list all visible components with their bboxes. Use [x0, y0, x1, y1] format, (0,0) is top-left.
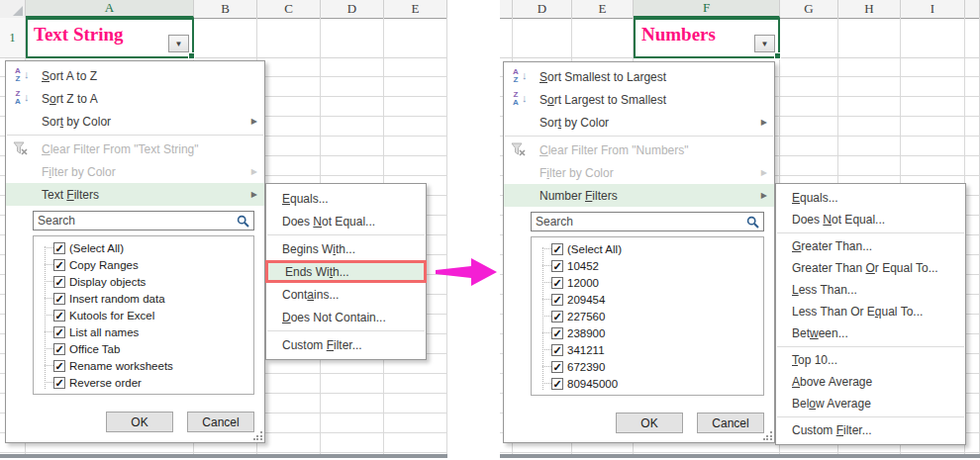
checkbox-checked-icon[interactable]: ✓: [551, 378, 563, 390]
submenu-item-does-not-contain[interactable]: Does Not Contain...: [266, 306, 426, 328]
submenu-item-below-average[interactable]: Below Average: [776, 393, 965, 414]
checkbox-checked-icon[interactable]: ✓: [53, 360, 65, 372]
cell-A1[interactable]: Text String ▼: [26, 18, 194, 58]
menu-item-sort-largest-to-smallest[interactable]: ZA↓Sort Largest to Smallest: [504, 88, 774, 111]
filter-list-item-display-objects[interactable]: ✓Display objects: [40, 273, 253, 290]
fill-handle[interactable]: [188, 52, 195, 59]
checkbox-checked-icon[interactable]: ✓: [551, 327, 563, 339]
row-header-1[interactable]: 1: [0, 18, 26, 58]
checkbox-checked-icon[interactable]: ✓: [53, 276, 65, 288]
submenu-item-begins-with[interactable]: Begins With...: [266, 237, 426, 260]
submenu-item-contains[interactable]: Contains...: [266, 283, 426, 306]
tree-stub: [542, 265, 551, 266]
column-header-B[interactable]: B: [194, 0, 257, 18]
filter-list-item-label: Display objects: [69, 276, 146, 288]
chevron-down-icon: ▼: [761, 40, 769, 48]
menu-item-number-filters[interactable]: Number Filters▶: [504, 184, 774, 207]
cancel-button[interactable]: Cancel: [697, 413, 764, 433]
checkbox-checked-icon[interactable]: ✓: [53, 259, 65, 271]
checkbox-checked-icon[interactable]: ✓: [551, 294, 563, 306]
resize-grip[interactable]: [253, 431, 262, 440]
filter-list-item-341211[interactable]: ✓341211: [538, 341, 763, 358]
filter-list-item-10452[interactable]: ✓10452: [538, 257, 763, 274]
menu-item-sort-z-to-a[interactable]: ZA↓Sort Z to A: [6, 87, 264, 110]
submenu-item-custom-filter[interactable]: Custom Filter...: [776, 419, 965, 441]
checkbox-checked-icon[interactable]: ✓: [53, 343, 65, 355]
cell-F1[interactable]: Numbers ▼: [634, 18, 780, 58]
submenu-item-equals[interactable]: Equals...: [776, 187, 965, 209]
filter-list-item-rename-worksheets[interactable]: ✓Rename worksheets: [40, 357, 253, 374]
column-header-D[interactable]: D: [513, 0, 572, 18]
search-box[interactable]: Search: [531, 212, 764, 231]
checkbox-checked-icon[interactable]: ✓: [53, 293, 65, 305]
checkbox-checked-icon[interactable]: ✓: [53, 326, 65, 338]
column-header-A[interactable]: A: [26, 0, 194, 18]
column-header-F[interactable]: F: [634, 0, 780, 18]
menu-item-text-filters[interactable]: Text Filters▶: [6, 183, 264, 206]
column-header-D[interactable]: D: [321, 0, 384, 18]
submenu-item-does-not-equal[interactable]: Does Not Equal...: [266, 210, 426, 232]
column-header-I[interactable]: I: [901, 0, 965, 18]
filter-dropdown-button[interactable]: ▼: [754, 35, 775, 52]
filter-list-item-select-all[interactable]: ✓(Select All): [538, 240, 763, 257]
checkbox-checked-icon[interactable]: ✓: [53, 242, 65, 254]
filter-list-item-reverse-order[interactable]: ✓Reverse order: [40, 374, 253, 391]
search-box[interactable]: Search: [33, 211, 254, 230]
filter-list-item-672390[interactable]: ✓672390: [538, 358, 763, 375]
menu-item-sort-by-color[interactable]: Sort by Color▶: [6, 110, 264, 133]
checkbox-checked-icon[interactable]: ✓: [551, 243, 563, 255]
submenu-item-greater-than-or-equal-to[interactable]: Greater Than Or Equal To...: [776, 257, 965, 279]
column-header-E[interactable]: E: [384, 0, 447, 18]
filter-list-item-insert-random-data[interactable]: ✓Insert random data: [40, 290, 253, 307]
tree-stub: [45, 382, 53, 383]
filter-list-item-select-all[interactable]: ✓(Select All): [40, 239, 253, 256]
fill-handle[interactable]: [774, 52, 781, 59]
ok-button[interactable]: OK: [106, 412, 173, 432]
submenu-item-above-average[interactable]: Above Average: [776, 371, 965, 393]
submenu-item-ends-with[interactable]: Ends With...: [265, 260, 427, 283]
resize-grip[interactable]: [763, 431, 772, 440]
submenu-item-top-10[interactable]: Top 10...: [776, 349, 965, 371]
submenu-item-does-not-equal[interactable]: Does Not Equal...: [776, 209, 965, 230]
filter-dropdown-button[interactable]: ▼: [168, 35, 189, 52]
checkbox-checked-icon[interactable]: ✓: [551, 361, 563, 373]
submenu-item-less-than[interactable]: Less Than...: [776, 279, 965, 301]
column-header-G[interactable]: G: [780, 0, 838, 18]
checkbox-checked-icon[interactable]: ✓: [53, 310, 65, 322]
filter-list-item-office-tab[interactable]: ✓Office Tab: [40, 340, 253, 357]
filter-list-item-227560[interactable]: ✓227560: [538, 308, 763, 324]
checkbox-checked-icon[interactable]: ✓: [551, 277, 563, 289]
submenu-item-less-than-or-equal-to[interactable]: Less Than Or Equal To...: [776, 301, 965, 322]
column-header-blank[interactable]: [965, 0, 980, 18]
menu-item-sort-by-color[interactable]: Sort by Color▶: [504, 111, 774, 134]
column-header-H[interactable]: H: [838, 0, 901, 18]
filter-value-list[interactable]: ✓(Select All)✓10452✓12000✓209454✓227560✓…: [531, 236, 764, 396]
checkbox-checked-icon[interactable]: ✓: [551, 311, 563, 322]
filter-list-item-238900[interactable]: ✓238900: [538, 324, 763, 341]
menu-item-label: Top 10...: [792, 353, 837, 367]
checkbox-checked-icon[interactable]: ✓: [53, 377, 65, 389]
select-all-triangle-icon[interactable]: [13, 6, 23, 16]
checkbox-checked-icon[interactable]: ✓: [551, 260, 563, 272]
menu-item-sort-a-to-z[interactable]: AZ↓Sort A to Z: [6, 64, 264, 87]
filter-value-list[interactable]: ✓(Select All)✓Copy Ranges✓Display object…: [33, 235, 254, 395]
filter-list-item-list-all-names[interactable]: ✓List all names: [40, 323, 253, 340]
menu-item-sort-smallest-to-largest[interactable]: AZ↓Sort Smallest to Largest: [504, 65, 774, 88]
cancel-button[interactable]: Cancel: [187, 412, 254, 432]
tree-stub: [542, 282, 551, 283]
column-header-C[interactable]: C: [257, 0, 321, 18]
ok-button[interactable]: OK: [616, 413, 683, 433]
column-header-blank[interactable]: [500, 0, 513, 18]
filter-list-item-copy-ranges[interactable]: ✓Copy Ranges: [40, 256, 253, 273]
submenu-item-equals[interactable]: Equals...: [266, 187, 426, 210]
submenu-item-custom-filter[interactable]: Custom Filter...: [266, 333, 426, 356]
filter-list-item-kutools-for-excel[interactable]: ✓Kutools for Excel: [40, 307, 253, 323]
filter-list-item-12000[interactable]: ✓12000: [538, 274, 763, 291]
column-header-blank[interactable]: [0, 0, 26, 18]
checkbox-checked-icon[interactable]: ✓: [551, 344, 563, 356]
submenu-item-between[interactable]: Between...: [776, 322, 965, 344]
filter-list-item-209454[interactable]: ✓209454: [538, 291, 763, 308]
filter-list-item-80945000[interactable]: ✓80945000: [538, 375, 763, 392]
column-header-E[interactable]: E: [572, 0, 634, 18]
submenu-item-greater-than[interactable]: Greater Than...: [776, 235, 965, 257]
